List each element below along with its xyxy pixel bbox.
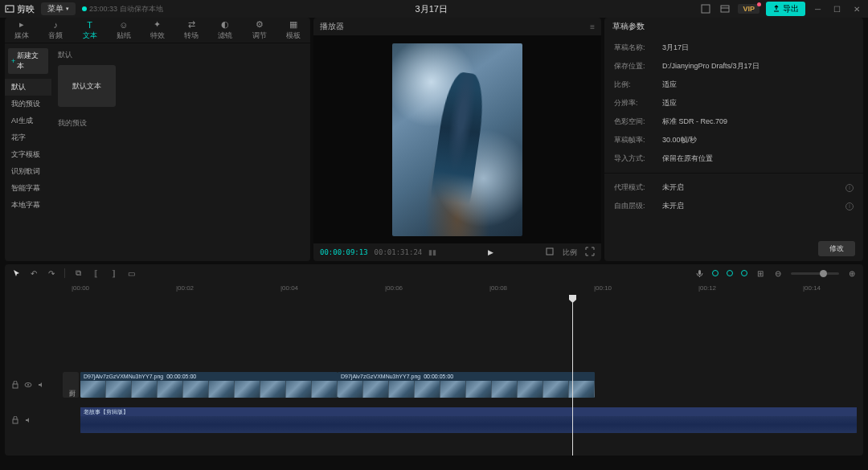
library-panel: ▸媒体♪音频T文本☺贴纸✦特效⇄转场◐滤镜⚙调节▦模板 新建文本 默认我的预设A…	[5, 18, 310, 261]
menu-button[interactable]: 菜单▾	[41, 2, 76, 15]
shortcut-icon[interactable]	[719, 2, 731, 15]
library-tab-1[interactable]: ♪音频	[39, 18, 72, 43]
lock-icon[interactable]	[11, 416, 19, 424]
prop-row: 草稿名称:3月17日	[604, 39, 863, 57]
export-icon	[772, 5, 780, 13]
library-tab-5[interactable]: ⇄转场	[174, 18, 208, 43]
svg-rect-9	[13, 419, 18, 423]
close-button[interactable]: ✕	[850, 5, 863, 14]
sidebar-item-3[interactable]: 花字	[5, 129, 51, 146]
sidebar-item-0[interactable]: 默认	[5, 79, 51, 96]
zoom-out-icon[interactable]: ⊖	[773, 268, 783, 278]
preview-axis-icon[interactable]	[741, 270, 747, 276]
sidebar-item-5[interactable]: 识别歌词	[5, 163, 51, 180]
timecode-total: 00:01:31:24	[375, 248, 423, 256]
new-text-button[interactable]: 新建文本	[8, 48, 48, 74]
playhead[interactable]	[572, 295, 573, 456]
autosave-status: 23:00:33 自动保存本地	[82, 4, 163, 14]
select-tool-icon[interactable]	[11, 268, 21, 278]
info-icon[interactable]: i	[845, 202, 854, 210]
properties-title: 草稿参数	[604, 18, 863, 35]
prop-row: 比例:适应	[604, 76, 863, 94]
section-preset-label: 我的预设	[58, 118, 304, 129]
sidebar-item-1[interactable]: 我的预设	[5, 96, 51, 112]
timeline-toolbar: ↶ ↷ ⧉ ⟦ ⟧ ▭ ⊞ ⊖ ⊕	[5, 264, 863, 282]
sidebar-item-2[interactable]: AI生成	[5, 112, 51, 129]
audio-track-head[interactable]	[5, 407, 61, 433]
undo-icon[interactable]: ↶	[29, 268, 39, 278]
library-tab-3[interactable]: ☺贴纸	[107, 18, 141, 43]
delete-icon[interactable]: ▭	[126, 268, 136, 278]
sidebar-item-7[interactable]: 本地字幕	[5, 197, 51, 214]
modify-button[interactable]: 修改	[818, 241, 855, 256]
svg-rect-0	[6, 6, 14, 12]
zoom-slider[interactable]	[791, 272, 839, 275]
cut-left-icon[interactable]: ⟦	[91, 268, 100, 278]
library-tab-4[interactable]: ✦特效	[141, 18, 174, 43]
prop-row: 草稿帧率:30.00帧/秒	[604, 131, 863, 149]
ratio-button[interactable]: 比例	[563, 247, 577, 258]
maximize-button[interactable]: ☐	[830, 5, 844, 14]
cover-button[interactable]: 封面	[63, 372, 79, 398]
ruler-tick: |00:00	[72, 284, 89, 292]
timecode-current: 00:00:09:13	[320, 248, 368, 256]
library-tab-2[interactable]: T文本	[72, 18, 106, 43]
timeline[interactable]: |00:00|00:02|00:04|00:06|00:08|00:10|00:…	[5, 282, 863, 456]
preview-canvas[interactable]	[313, 35, 601, 243]
audio-clip[interactable]: 老故事【剪辑版】	[80, 407, 857, 433]
preview-panel: 播放器 ≡ 00:00:09:13 00:01:31:24 ▮▮ ▶ 比例	[313, 18, 601, 261]
video-clip-2[interactable]: D97jAlv7zGzVXMNu3hYY7.png00:00:05:00	[338, 372, 595, 398]
sidebar-item-4[interactable]: 文字模板	[5, 146, 51, 163]
link-icon[interactable]	[727, 270, 733, 276]
export-button[interactable]: 导出	[766, 2, 805, 16]
ruler-tick: |00:12	[698, 284, 716, 292]
zoom-in-icon[interactable]: ⊕	[847, 268, 857, 278]
ruler-tick: |00:14	[803, 284, 821, 292]
svg-rect-6	[13, 384, 18, 388]
svg-rect-1	[702, 5, 710, 13]
project-title: 3月17日	[163, 3, 699, 15]
ruler-tick: |00:04	[280, 284, 298, 292]
vip-badge[interactable]: VIP	[738, 4, 760, 14]
split-icon[interactable]: ⧉	[73, 268, 83, 278]
svg-rect-2	[721, 6, 729, 12]
cut-right-icon[interactable]: ⟧	[108, 268, 118, 278]
library-tab-0[interactable]: ▸媒体	[5, 18, 39, 43]
mute-icon[interactable]	[37, 381, 45, 389]
crop-icon[interactable]	[545, 247, 555, 258]
eye-icon[interactable]	[24, 381, 32, 389]
volume-bars-icon[interactable]: ▮▮	[428, 248, 436, 256]
ruler-tick: |00:06	[385, 284, 403, 292]
library-tab-7[interactable]: ⚙调节	[243, 18, 276, 43]
video-track-head[interactable]	[5, 372, 61, 398]
app-logo: 剪映	[5, 3, 35, 15]
play-button[interactable]: ▶	[488, 248, 493, 256]
default-text-thumb[interactable]: 默认文本	[58, 65, 116, 107]
svg-rect-5	[698, 270, 701, 275]
prop-row: 分辨率:适应	[604, 94, 863, 112]
layout-icon[interactable]	[699, 2, 712, 15]
video-track-lane[interactable]: D97jAlv7zGzVXMNu3hYY7.png00:00:05:00 D97…	[80, 372, 857, 398]
minimize-button[interactable]: ─	[812, 5, 824, 14]
track-option-icon[interactable]: ⊞	[755, 268, 765, 278]
video-clip-1[interactable]: D97jAlv7zGzVXMNu3hYY7.png00:00:05:00	[80, 372, 338, 398]
preview-menu-icon[interactable]: ≡	[590, 22, 595, 31]
ruler-tick: |00:02	[176, 284, 194, 292]
preview-title: 播放器	[320, 21, 344, 32]
sidebar-item-6[interactable]: 智能字幕	[5, 180, 51, 197]
mic-icon[interactable]	[694, 268, 704, 278]
audio-track-lane[interactable]: 老故事【剪辑版】	[80, 407, 857, 433]
library-tab-6[interactable]: ◐滤镜	[208, 18, 242, 43]
info-icon[interactable]: i	[845, 184, 854, 192]
redo-icon[interactable]: ↷	[47, 268, 56, 278]
lock-icon[interactable]	[11, 381, 19, 389]
svg-point-8	[27, 384, 29, 386]
prop-row: 自由层级:未开启i	[604, 197, 863, 215]
library-tab-8[interactable]: ▦模板	[276, 18, 310, 43]
section-default-label: 默认	[58, 50, 304, 60]
magnet-icon[interactable]	[712, 270, 719, 276]
fullscreen-icon[interactable]	[585, 247, 595, 258]
svg-rect-4	[547, 248, 553, 255]
logo-icon	[5, 4, 14, 14]
mute-icon[interactable]	[24, 416, 32, 424]
